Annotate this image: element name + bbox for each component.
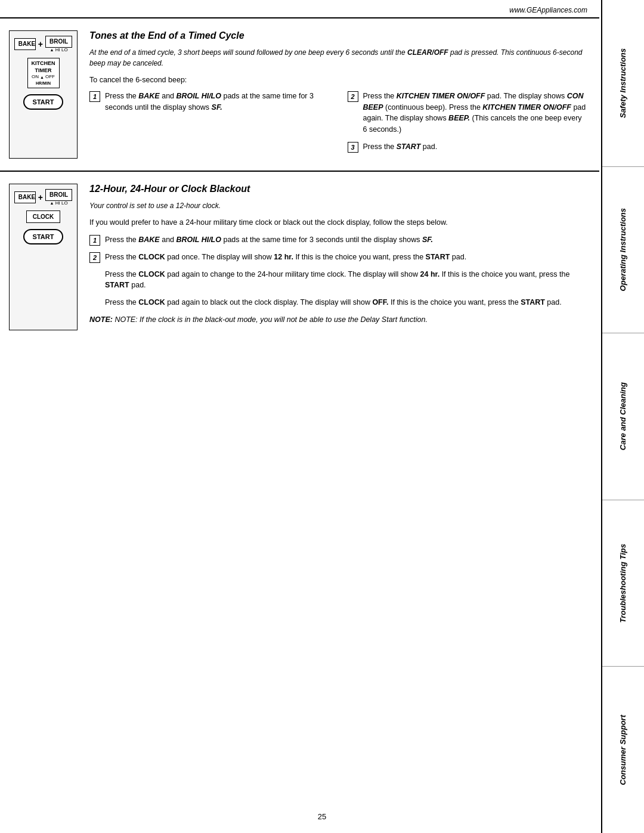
sidebar-label-safety: Safety Instructions [618,48,628,118]
cancel-label: To cancel the 6-second beep: [89,75,587,86]
step-text-1-left: Press the BAKE and BROIL HI/LO pads at t… [105,91,330,113]
step-text-2-clock: Press the CLOCK pad once. The display wi… [105,252,466,263]
website-url: www.GEAppliances.com [509,6,587,14]
step-item-3-clock: Press the CLOCK pad again to change to t… [89,269,587,292]
sidebar-section-safety: Safety Instructions [602,0,644,167]
steps-list-left: 1 Press the BAKE and BROIL HI/LO pads at… [89,91,330,113]
sidebar-label-operating: Operating Instructions [618,208,628,291]
steps-list-clock: 1 Press the BAKE and BROIL HI/LO pads at… [89,234,587,308]
control-diagram-tones: BAKE + BROIL ▲ HI LO KITCHEN TIMER ON ▲ [9,30,78,159]
col-right-tones: 2 Press the KITCHEN TIMER ON/OFF pad. Th… [348,91,588,159]
step-number-1-clock: 1 [89,235,100,246]
broil-button-diagram-2: BROIL [45,189,72,201]
step-number-1-left: 1 [89,91,100,102]
step-text-2-right: Press the KITCHEN TIMER ON/OFF pad. The … [363,91,588,135]
sidebar-section-care: Care and Cleaning [602,333,644,500]
col-left-tones: 1 Press the BAKE and BROIL HI/LO pads at… [89,91,330,159]
clock-note: NOTE: NOTE: If the clock is in the black… [89,314,587,326]
website-header: www.GEAppliances.com [0,0,599,18]
hr-min-label-1: HR/MIN [32,80,55,86]
clock-intro2: If you would prefer to have a 24-hour mi… [89,217,587,228]
clock-intro: Your control is set to use a 12-hour clo… [89,200,587,211]
step-number-3-right: 3 [348,142,358,153]
page-number: 25 [318,812,326,821]
plus-sign-1: + [38,39,43,49]
sidebar-section-troubleshooting: Troubleshooting Tips [602,500,644,667]
step-item-2-clock: 2 Press the CLOCK pad once. The display … [89,252,587,263]
hi-lo-text-2: ▲ HI LO [50,201,68,206]
content-text-clock: 12-Hour, 24-Hour or Clock Blackout Your … [89,184,587,330]
clock-button-diagram-2: CLOCK [26,210,61,223]
page-container: www.GEAppliances.com BAKE + BROIL ▲ HI L… [0,0,644,833]
step-text-4-clock: Press the CLOCK pad again to black out t… [105,297,562,308]
top-buttons-row-1: BAKE + BROIL ▲ HI LO [14,36,72,52]
steps-list-right: 2 Press the KITCHEN TIMER ON/OFF pad. Th… [348,91,588,153]
step-number-2-clock: 2 [89,252,100,263]
tones-intro: At the end of a timed cycle, 3 short bee… [89,47,587,69]
sidebar-section-consumer: Consumer Support [602,667,644,833]
arrow-up-icon-1: ▲ [40,75,44,80]
step-item-2-right: 2 Press the KITCHEN TIMER ON/OFF pad. Th… [348,91,588,135]
on-off-row-1: ON ▲ OFF [32,74,55,80]
section-tones: BAKE + BROIL ▲ HI LO KITCHEN TIMER ON ▲ [0,18,599,172]
main-content: www.GEAppliances.com BAKE + BROIL ▲ HI L… [0,0,599,342]
bake-button-diagram-1: BAKE [14,38,36,50]
step-item-3-right: 3 Press the START pad. [348,141,588,153]
two-col-content: 1 Press the BAKE and BROIL HI/LO pads at… [89,91,587,159]
plus-sign-2: + [38,193,43,202]
kitchen-label: KITCHEN [32,60,55,67]
top-buttons-row-2: BAKE + BROIL ▲ HI LO [14,189,72,206]
start-button-diagram-2: START [23,229,64,244]
sidebar-label-consumer: Consumer Support [618,715,628,785]
step-number-2-right: 2 [348,91,358,102]
broil-button-diagram-1: BROIL [45,36,72,48]
control-diagram-clock: BAKE + BROIL ▲ HI LO CLOCK START [9,184,78,330]
section-clock: BAKE + BROIL ▲ HI LO CLOCK START 12-Hour… [0,172,599,342]
step-text-1-clock: Press the BAKE and BROIL HI/LO pads at t… [105,234,433,246]
kitchen-timer-box-1: KITCHEN TIMER ON ▲ OFF HR/MIN [27,58,60,88]
step-text-3-right: Press the START pad. [363,141,438,153]
sidebar-label-care: Care and Cleaning [618,382,628,450]
step-item-4-clock: Press the CLOCK pad again to black out t… [89,297,587,308]
sidebar-label-troubleshooting: Troubleshooting Tips [618,544,628,623]
section-title-tones: Tones at the End of a Timed Cycle [89,30,587,41]
right-sidebar: Safety Instructions Operating Instructio… [601,0,644,833]
step-text-3-clock: Press the CLOCK pad again to change to t… [105,269,587,292]
timer-label: TIMER [32,67,55,75]
bake-button-diagram-2: BAKE [14,191,36,203]
step-item-1-left: 1 Press the BAKE and BROIL HI/LO pads at… [89,91,330,113]
start-button-diagram-1: START [23,94,64,110]
hi-lo-text-1: ▲ HI LO [50,48,68,52]
sidebar-section-operating: Operating Instructions [602,167,644,334]
section-title-clock: 12-Hour, 24-Hour or Clock Blackout [89,184,587,194]
step-item-1-clock: 1 Press the BAKE and BROIL HI/LO pads at… [89,234,587,246]
content-text-tones: Tones at the End of a Timed Cycle At the… [89,30,587,159]
